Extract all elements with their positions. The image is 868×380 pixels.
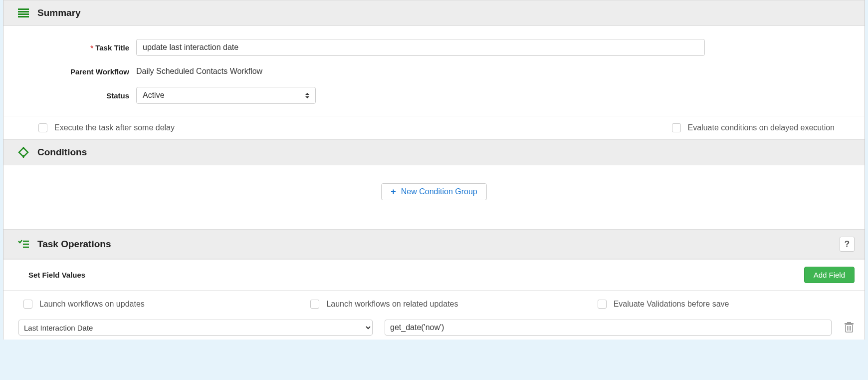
svg-rect-15 xyxy=(847,322,851,323)
list-icon xyxy=(17,8,29,18)
svg-rect-3 xyxy=(18,16,29,17)
svg-rect-14 xyxy=(845,323,854,325)
launch-workflows-related-label: Launch workflows on related updates xyxy=(326,300,458,309)
summary-section-header: Summary xyxy=(3,0,865,26)
new-condition-group-label: New Condition Group xyxy=(401,187,477,196)
trash-icon[interactable] xyxy=(844,321,855,334)
plus-icon: + xyxy=(391,187,396,196)
field-name-select[interactable]: Last Interaction Date xyxy=(18,320,373,336)
delay-checkbox[interactable] xyxy=(38,123,47,132)
task-operations-heading: Task Operations xyxy=(37,239,111,250)
launch-workflows-updates-checkbox[interactable] xyxy=(23,300,32,309)
field-value-row: Last Interaction Date xyxy=(3,318,865,340)
status-value: Active xyxy=(143,91,165,100)
evaluate-validations-checkbox[interactable] xyxy=(598,300,607,309)
status-label: Status xyxy=(13,91,136,100)
evaluate-delayed-checkbox[interactable] xyxy=(672,123,681,132)
conditions-heading: Conditions xyxy=(37,147,87,158)
task-operations-section-header: Task Operations ? xyxy=(3,229,865,259)
task-title-input[interactable] xyxy=(136,39,705,56)
summary-options-row: Execute the task after some delay Evalua… xyxy=(3,116,865,139)
field-expression-input[interactable] xyxy=(385,320,832,336)
help-button[interactable]: ? xyxy=(840,237,855,252)
chevron-updown-icon xyxy=(305,91,310,99)
svg-rect-0 xyxy=(18,8,29,10)
parent-workflow-value: Daily Scheduled Contacts Workflow xyxy=(136,65,855,78)
launch-workflows-related-checkbox[interactable] xyxy=(310,300,319,309)
set-field-values-label: Set Field Values xyxy=(28,271,85,279)
launch-workflows-updates-label: Launch workflows on updates xyxy=(39,300,145,309)
operations-options-row: Launch workflows on updates Launch workf… xyxy=(3,291,865,318)
summary-body: *Task Title Parent Workflow Daily Schedu… xyxy=(3,26,865,116)
evaluate-validations-label: Evaluate Validations before save xyxy=(614,300,729,309)
checklist-icon xyxy=(17,239,29,249)
set-field-values-subheader: Set Field Values Add Field xyxy=(3,259,865,291)
add-field-button[interactable]: Add Field xyxy=(804,267,855,283)
task-title-label: *Task Title xyxy=(13,43,136,52)
parent-workflow-label: Parent Workflow xyxy=(13,67,136,76)
diamond-icon xyxy=(17,147,29,157)
svg-rect-2 xyxy=(18,13,29,15)
evaluate-delayed-label: Evaluate conditions on delayed execution xyxy=(688,123,835,132)
status-select[interactable]: Active xyxy=(136,87,316,104)
delay-checkbox-label: Execute the task after some delay xyxy=(54,123,175,132)
summary-heading: Summary xyxy=(37,7,81,18)
question-icon: ? xyxy=(845,239,850,249)
new-condition-group-button[interactable]: + New Condition Group xyxy=(381,183,486,200)
conditions-section-header: Conditions xyxy=(3,139,865,165)
svg-rect-1 xyxy=(18,11,29,12)
